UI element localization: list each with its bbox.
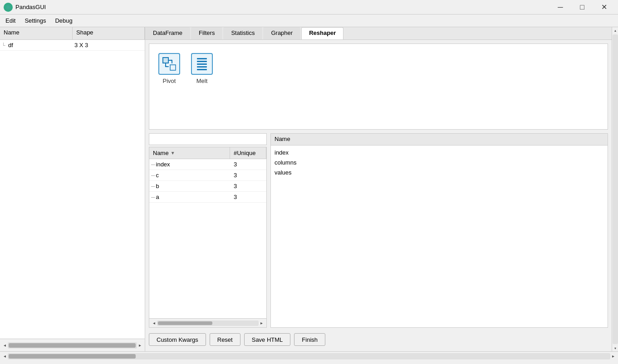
reshaper-bottom: Name ▼ #Unique ─ index 3 [149,133,608,328]
search-input[interactable] [149,133,267,145]
bottom-hscrollbar-thumb [9,354,136,359]
bottom-scroll-left[interactable]: ◂ [2,353,8,359]
col-row-name: ─ b [149,183,230,189]
name-panel-header: Name [271,134,608,146]
right-col-panel: Name index columns values [270,133,608,328]
df-shape: 3 X 3 [74,42,143,49]
far-right-scrollbar: ▴ ▾ [612,27,618,351]
sidebar-header: Name Shape [0,27,145,40]
close-button[interactable]: ✕ [593,0,614,14]
menu-edit[interactable]: Edit [2,16,19,25]
sort-arrow[interactable]: ▼ [171,150,175,155]
table-row[interactable]: ─ a 3 [149,192,266,203]
minimize-button[interactable]: ─ [550,0,571,14]
melt-line-3 [197,63,207,65]
sidebar-scroll: ◂ ▸ [0,339,145,351]
columns-table-body: ─ index 3 ─ c 3 [149,159,266,318]
col-row-name: ─ c [149,172,230,179]
table-row[interactable]: ─ c 3 [149,170,266,181]
melt-line-2 [197,61,207,62]
name-item-index[interactable]: index [275,147,604,157]
col-hscrollbar[interactable] [157,320,259,326]
name-panel-body: index columns values [271,146,608,327]
col-row-name: ─ index [149,161,230,168]
sidebar-rows: └ df 3 X 3 [0,40,145,339]
maximize-button[interactable]: □ [572,0,593,14]
right-panel: DataFrame Filters Statistics Grapher Res… [145,27,612,351]
melt-lines [197,58,207,70]
sidebar-shape-header: Shape [73,27,145,39]
pivot-svg [162,57,177,71]
col-hscrollbar-thumb [158,321,212,325]
far-scroll-up[interactable]: ▴ [612,27,618,34]
col-scroll-right[interactable]: ▸ [259,320,265,326]
finish-button[interactable]: Finish [294,333,325,346]
name-panel: Name index columns values [270,133,608,328]
horizontal-scrollbar[interactable] [8,342,137,349]
reshaper-buttons: Custom Kwargs Reset Save HTML Finish [149,331,608,348]
sidebar-item-df[interactable]: └ df 3 X 3 [0,40,145,51]
pivot-label: Pivot [163,78,176,84]
col-name-header: Name ▼ [149,147,230,159]
melt-line-4 [197,66,207,68]
app-title: PandasGUI [15,4,46,10]
far-scroll-track[interactable] [613,34,618,344]
columns-table-header: Name ▼ #Unique [149,147,266,159]
bottom-scroll-right[interactable]: ▸ [610,353,616,359]
col-scroll-left[interactable]: ◂ [151,320,157,326]
col-row-unique: 3 [230,172,266,179]
col-row-unique: 3 [230,194,266,200]
bottom-hscrollbar[interactable] [8,353,610,359]
tab-reshaper[interactable]: Reshaper [301,27,343,39]
melt-label: Melt [196,78,208,84]
col-unique-header: #Unique [230,147,266,159]
svg-rect-0 [163,58,168,63]
window-controls: ─ □ ✕ [550,0,614,14]
far-scroll-down[interactable]: ▾ [612,345,618,351]
sidebar-name-header: Name [0,27,73,39]
menu-settings[interactable]: Settings [21,16,49,25]
scroll-right-arrow[interactable]: ▸ [137,342,143,349]
title-bar: PandasGUI ─ □ ✕ [0,0,618,15]
tab-dataframe[interactable]: DataFrame [145,27,190,39]
svg-rect-1 [170,65,176,70]
sidebar: Name Shape └ df 3 X 3 ◂ ▸ [0,27,145,351]
table-row[interactable]: ─ b 3 [149,181,266,192]
melt-line-1 [197,58,207,59]
reset-button[interactable]: Reset [210,333,240,346]
pivot-icon [158,53,180,75]
save-html-button[interactable]: Save HTML [244,333,291,346]
name-item-columns[interactable]: columns [275,157,604,167]
scroll-left-arrow[interactable]: ◂ [2,342,8,349]
pivot-tool[interactable]: Pivot [157,51,182,122]
menu-bar: Edit Settings Debug [0,15,618,27]
custom-kwargs-button[interactable]: Custom Kwargs [149,333,206,346]
melt-tool[interactable]: Melt [189,51,215,122]
df-name: df [7,42,74,49]
name-item-values[interactable]: values [275,167,604,177]
tree-indent: └ [2,43,7,48]
tab-grapher[interactable]: Grapher [263,27,300,39]
main-layout: Name Shape └ df 3 X 3 ◂ ▸ DataFrame Filt… [0,27,618,351]
tab-filters[interactable]: Filters [191,27,222,39]
reshaper-tools-panel: Pivot Melt [149,44,608,130]
scrollbar-thumb [9,343,136,348]
columns-table: Name ▼ #Unique ─ index 3 [149,147,267,328]
menu-debug[interactable]: Debug [51,16,76,25]
app-icon [4,3,13,12]
bottom-scroll: ◂ ▸ [0,351,618,360]
tab-bar: DataFrame Filters Statistics Grapher Res… [145,27,612,40]
melt-icon [191,53,213,75]
table-row[interactable]: ─ index 3 [149,159,266,170]
col-table-scroll: ◂ ▸ [149,318,266,327]
left-col-panel: Name ▼ #Unique ─ index 3 [149,133,267,328]
col-row-unique: 3 [230,183,266,189]
col-row-name: ─ a [149,194,230,200]
melt-line-5 [197,69,207,70]
reshaper-content: Pivot Melt [145,40,612,351]
col-row-unique: 3 [230,161,266,168]
tab-statistics[interactable]: Statistics [223,27,262,39]
